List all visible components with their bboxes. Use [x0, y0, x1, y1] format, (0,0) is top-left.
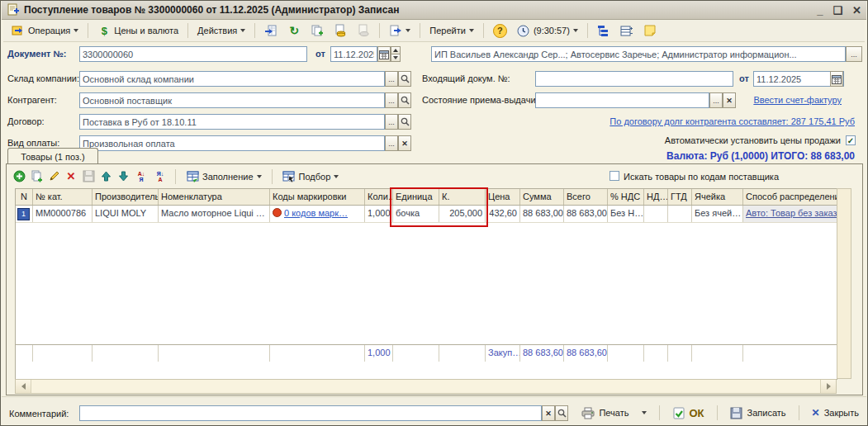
print-dropdown-button[interactable]: [638, 409, 650, 416]
prices-currency-button[interactable]: $ Цены и валюта: [93, 22, 183, 39]
ok-button[interactable]: ОК: [669, 405, 708, 421]
contractor-ellipsis-button[interactable]: ...: [385, 92, 398, 108]
contractor-search-button[interactable]: [398, 92, 411, 108]
cell-distribution[interactable]: Авто: Товар без заказа: [743, 206, 837, 222]
responsible-input[interactable]: [431, 46, 846, 62]
cell-nomenclature[interactable]: Масло моторное Liqui …: [159, 206, 270, 222]
money-document-button[interactable]: [330, 22, 351, 39]
col-k[interactable]: К.: [439, 189, 486, 205]
responsible-ellipsis-button[interactable]: ...: [846, 46, 862, 62]
cell-nd[interactable]: [644, 206, 668, 222]
calendar-icon[interactable]: [830, 71, 843, 87]
col-sum[interactable]: Сумма: [520, 189, 564, 205]
warehouse-search-button[interactable]: [398, 71, 411, 87]
payment-clear-button[interactable]: ✕: [398, 135, 411, 151]
sort-desc-icon[interactable]: Я↓ А: [153, 170, 168, 183]
warehouse-ellipsis-button[interactable]: ...: [385, 71, 398, 87]
col-maker[interactable]: Производитель: [92, 189, 159, 205]
col-gtd[interactable]: ГТД: [668, 189, 692, 205]
add-row-button[interactable]: [12, 170, 26, 183]
maximize-button[interactable]: ❑: [832, 4, 842, 17]
horizontal-scrollbar[interactable]: [15, 379, 837, 394]
doc-date-input[interactable]: [330, 46, 377, 62]
col-nd[interactable]: НД…: [644, 189, 668, 205]
cell-cell[interactable]: Без ячей…: [692, 206, 743, 222]
delete-row-button[interactable]: ✕: [64, 170, 78, 183]
cell-sum[interactable]: 88 683,00: [520, 206, 564, 222]
warehouse-input[interactable]: [79, 71, 385, 87]
print-button[interactable]: Печать: [578, 405, 632, 421]
col-cell[interactable]: Ячейка: [692, 189, 743, 205]
operation-button[interactable]: Операция: [7, 22, 83, 39]
fill-button[interactable]: Заполнение: [183, 169, 264, 184]
col-nomenclature[interactable]: Номенклатура: [159, 189, 270, 205]
note-button[interactable]: [639, 22, 661, 39]
col-price[interactable]: Цена: [486, 189, 520, 205]
refresh-button[interactable]: ↻: [283, 22, 305, 39]
col-unit[interactable]: Единица: [393, 189, 439, 205]
close-button[interactable]: ✕: [852, 4, 861, 17]
acceptance-state-input[interactable]: [535, 92, 709, 108]
list-settings-button[interactable]: [616, 22, 638, 39]
marking-codes-link[interactable]: 0 кодов марк…: [284, 208, 348, 218]
move-down-button[interactable]: [116, 170, 130, 183]
scroll-right-icon[interactable]: [821, 380, 836, 393]
close-form-button[interactable]: ✕ Закрыть: [809, 405, 862, 420]
enter-invoice-link[interactable]: Ввести счет-фактуру: [753, 95, 842, 105]
cell-k[interactable]: 205,000: [439, 206, 486, 222]
distribution-link[interactable]: Авто: Товар без заказа: [746, 208, 837, 218]
col-cat[interactable]: № кат.: [33, 189, 92, 205]
cell-maker[interactable]: LIQUI MOLY: [92, 206, 159, 222]
col-total[interactable]: Всего: [564, 189, 608, 205]
col-vat[interactable]: % НДС: [608, 189, 644, 205]
spin-down-button[interactable]: [391, 54, 401, 62]
col-distribution[interactable]: Способ распределения: [743, 189, 837, 205]
horizontal-scroll-thumb[interactable]: [31, 380, 821, 393]
copy-row-button[interactable]: [30, 170, 43, 183]
time-button[interactable]: (9:30:57): [513, 22, 582, 39]
structure-button[interactable]: [593, 22, 614, 39]
search-by-supplier-codes-checkbox[interactable]: [609, 171, 619, 181]
copy-add-button[interactable]: [306, 22, 328, 39]
cell-total[interactable]: 88 683,00: [564, 206, 608, 222]
cell-gtd[interactable]: [668, 206, 692, 222]
cell-qty[interactable]: 1,000: [365, 206, 393, 222]
help-button[interactable]: ?: [489, 22, 511, 40]
col-qty[interactable]: Коли…: [365, 189, 393, 205]
edit-row-button[interactable]: [47, 170, 60, 183]
col-n[interactable]: N: [16, 189, 33, 205]
contractor-input[interactable]: [79, 92, 385, 108]
auto-prices-checkbox[interactable]: ✓: [846, 135, 856, 145]
comment-clear-button[interactable]: ✕: [542, 405, 555, 421]
export-document-button[interactable]: [385, 22, 415, 39]
cell-vat[interactable]: Без Н…: [608, 206, 644, 222]
save-button[interactable]: Записать: [727, 405, 790, 421]
col-marking[interactable]: Коды маркировки: [270, 189, 365, 205]
state-ellipsis-button[interactable]: ...: [709, 92, 723, 108]
cell-unit[interactable]: бочка: [393, 206, 439, 222]
sort-asc-icon[interactable]: А↓ Я: [134, 170, 149, 183]
vertical-scrollbar[interactable]: [837, 188, 851, 379]
doc-number-input[interactable]: [79, 46, 307, 62]
payment-ellipsis-button[interactable]: ...: [385, 135, 398, 151]
move-up-button[interactable]: [99, 170, 112, 183]
cell-price[interactable]: 432,60: [486, 206, 520, 222]
contract-ellipsis-button[interactable]: ...: [385, 114, 398, 130]
cell-cat[interactable]: ММ0000786: [33, 206, 92, 222]
state-clear-button[interactable]: ✕: [723, 92, 736, 108]
cell-marking[interactable]: 0 кодов марк…: [270, 206, 365, 222]
contract-search-button[interactable]: [398, 114, 411, 130]
table-row[interactable]: 1 ММ0000786 LIQUI MOLY Масло моторное Li…: [16, 206, 837, 223]
scroll-left-icon[interactable]: [16, 380, 31, 393]
comment-input[interactable]: [79, 405, 542, 421]
comment-search-button[interactable]: [555, 405, 568, 421]
contract-debt-link[interactable]: По договору долг контрагента составляет:…: [609, 116, 855, 126]
post-document-button[interactable]: [260, 22, 282, 39]
tab-goods[interactable]: Товары (1 поз.): [7, 148, 98, 164]
minimize-button[interactable]: _: [817, 4, 823, 17]
contract-input[interactable]: [79, 114, 385, 130]
calendar-icon[interactable]: [377, 46, 391, 62]
incoming-doc-input[interactable]: [535, 71, 733, 87]
payment-type-input[interactable]: [79, 135, 385, 151]
goto-button[interactable]: Перейти: [425, 24, 478, 37]
